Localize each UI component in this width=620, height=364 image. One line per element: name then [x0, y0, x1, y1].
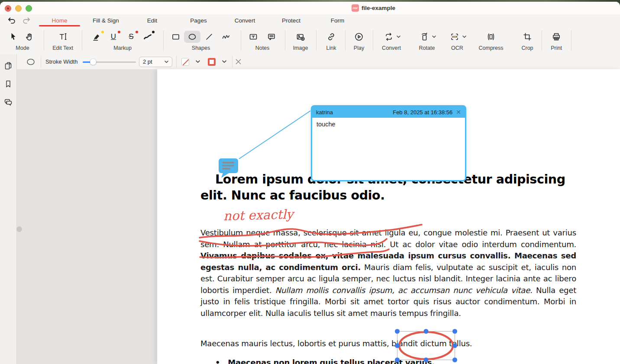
- ocr-button[interactable]: OCR: [448, 31, 466, 43]
- resize-handle[interactable]: [424, 358, 429, 362]
- group-label-play: Play: [354, 45, 364, 51]
- resize-handle[interactable]: [452, 329, 457, 334]
- tab-convert[interactable]: Convert: [222, 14, 268, 27]
- compress-button[interactable]: [484, 31, 497, 43]
- fill-color-dropdown[interactable]: [222, 54, 226, 69]
- resize-handle[interactable]: [395, 329, 400, 334]
- ocr-icon: OCR: [448, 31, 461, 43]
- bookmarks-panel-button[interactable]: [3, 79, 13, 89]
- edit-text-button[interactable]: [57, 31, 70, 43]
- insert-link-button[interactable]: [325, 31, 338, 43]
- select-mode-button[interactable]: [7, 31, 20, 43]
- resize-handle[interactable]: [395, 343, 400, 348]
- resize-handle[interactable]: [452, 358, 457, 362]
- edit-text-icon: [57, 31, 70, 43]
- convert-icon: [382, 31, 395, 43]
- rectangle-shape-button[interactable]: [169, 31, 182, 43]
- group-label-mode: Mode: [16, 45, 29, 51]
- strikeout-tool-button[interactable]: S: [125, 31, 138, 43]
- group-label-edit-text: Edit Text: [52, 45, 73, 51]
- group-label-ocr: OCR: [451, 45, 463, 51]
- tab-pages[interactable]: Pages: [175, 14, 222, 27]
- close-window-button[interactable]: [5, 5, 11, 12]
- tab-protect[interactable]: Protect: [268, 14, 314, 27]
- redo-button[interactable]: [22, 16, 31, 26]
- group-label-image: Image: [293, 45, 308, 51]
- pages-icon: [3, 61, 13, 71]
- line-shape-button[interactable]: [203, 31, 216, 43]
- pen-tool-button[interactable]: [141, 31, 154, 43]
- comment-text[interactable]: touche: [312, 118, 465, 131]
- insert-image-button[interactable]: [294, 31, 307, 43]
- document-bullet-item: • Maecenas non lorem quis tellus placera…: [215, 358, 435, 364]
- tab-home[interactable]: Home: [36, 14, 83, 27]
- resize-handle[interactable]: [424, 329, 429, 334]
- tab-form[interactable]: Form: [314, 14, 361, 27]
- divider: [41, 56, 41, 68]
- handwritten-annotation[interactable]: not exactly: [223, 207, 294, 223]
- printer-icon: [550, 31, 563, 43]
- chevron-down-icon: [462, 35, 466, 38]
- rotate-button[interactable]: [418, 31, 436, 43]
- comments-panel-button[interactable]: [3, 97, 13, 107]
- highlighter-icon: [90, 31, 103, 43]
- highlight-tool-button[interactable]: [90, 31, 103, 43]
- line-icon: [203, 31, 216, 43]
- tab-fill-sign[interactable]: Fill & Sign: [83, 14, 129, 27]
- underline-icon: U: [107, 31, 120, 43]
- play-presentation-button[interactable]: [352, 31, 365, 43]
- slider-thumb[interactable]: [90, 59, 96, 65]
- minimize-window-button[interactable]: [15, 5, 22, 12]
- scribble-shape-button[interactable]: [220, 31, 232, 43]
- document-paragraph-2: Maecenas mauris lectus, lobortis et puru…: [200, 339, 472, 348]
- resize-handle[interactable]: [452, 343, 457, 348]
- fill-color-swatch[interactable]: [208, 54, 216, 69]
- hand-icon: [23, 31, 36, 43]
- note-annotation-icon[interactable]: [219, 158, 238, 179]
- stroke-width-select[interactable]: 2 pt: [139, 54, 172, 69]
- close-properties-button[interactable]: [235, 54, 242, 69]
- strikeout-color-dot: [136, 31, 138, 33]
- convert-button[interactable]: [382, 31, 400, 43]
- scribble-icon: [220, 31, 232, 43]
- close-icon[interactable]: ✕: [456, 109, 461, 115]
- title-bar: PDF file-example: [0, 2, 620, 14]
- stroke-width-label: Stroke Width: [45, 54, 78, 69]
- oval-shape-button[interactable]: [184, 31, 200, 43]
- group-label-rotate: Rotate: [419, 45, 435, 51]
- comment-popup-header[interactable]: katrina Feb 8, 2025 at 16:38:56 ✕: [312, 106, 465, 118]
- stroke-width-value: 2 pt: [143, 58, 152, 65]
- tab-edit[interactable]: Edit: [129, 14, 175, 27]
- compress-icon: [484, 31, 497, 43]
- chevron-down-icon: [397, 35, 400, 38]
- pdf-file-icon: PDF: [352, 4, 359, 12]
- undo-button[interactable]: [7, 16, 16, 26]
- comment-author: katrina: [316, 109, 389, 116]
- print-button[interactable]: [550, 31, 563, 43]
- crop-button[interactable]: [521, 31, 534, 43]
- stroke-width-slider[interactable]: [83, 54, 136, 69]
- pen-icon: [141, 31, 154, 43]
- resize-handle[interactable]: [395, 358, 400, 362]
- bullet-glyph: •: [215, 358, 220, 364]
- text-box-icon: [247, 31, 260, 43]
- chevron-down-icon: [222, 60, 226, 63]
- hand-mode-button[interactable]: [23, 31, 36, 43]
- image-add-icon: [294, 31, 307, 43]
- divider: [241, 30, 241, 51]
- zoom-window-button[interactable]: [26, 5, 32, 12]
- group-label-link: Link: [326, 45, 336, 51]
- comment-bubble-icon: [265, 31, 278, 43]
- document-paragraph-1: Vestibulum neque massa, scelerisque sit …: [200, 227, 576, 319]
- stroke-color-swatch[interactable]: [181, 54, 189, 69]
- divider: [232, 56, 232, 68]
- window-title-group: PDF file-example: [352, 4, 395, 12]
- panel-resize-handle[interactable]: [16, 226, 22, 232]
- text-note-button[interactable]: [247, 31, 260, 43]
- underline-tool-button[interactable]: U: [107, 31, 120, 43]
- group-label-print: Print: [551, 45, 562, 51]
- thumbnails-panel-button[interactable]: [3, 61, 13, 71]
- comment-note-button[interactable]: [265, 31, 278, 43]
- stroke-color-dropdown[interactable]: [196, 54, 200, 69]
- chevron-down-icon: [165, 61, 168, 63]
